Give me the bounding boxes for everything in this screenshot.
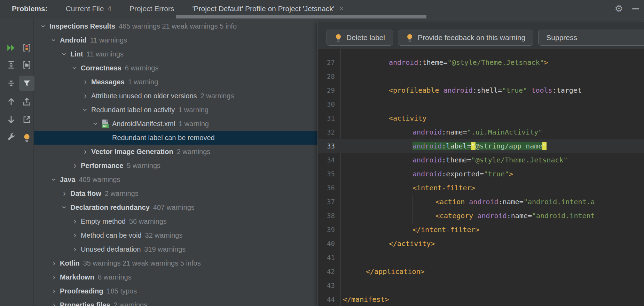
tab-count-badge: 4 <box>107 5 111 13</box>
code-line-text: android:exported="true"> <box>340 170 513 178</box>
code-line: 38<category android:name="android.intent <box>318 209 644 223</box>
problems-tool-window: Problems: Current File 4 Project Errors … <box>0 0 644 306</box>
tree-item-label: Kotlin <box>60 259 80 267</box>
code-line: 37<action android:name="android.intent.a <box>318 195 644 209</box>
line-number: 33 <box>318 142 340 150</box>
line-number: 41 <box>318 254 340 261</box>
line-number: 28 <box>318 72 340 80</box>
tree-item-count: 6 warnings <box>125 64 159 72</box>
provide-feedback-button[interactable]: Provide feedback on this warning <box>398 30 533 46</box>
previous-problem-icon[interactable] <box>7 97 16 106</box>
tree-item-label: AndroidManifest.xml <box>112 120 175 128</box>
chevron-right-icon[interactable]: › <box>50 288 57 294</box>
export-icon[interactable] <box>22 97 31 106</box>
tree-item-count: 32 warnings <box>145 231 183 239</box>
code-line: 30 <box>318 97 644 111</box>
chevron-right-icon[interactable]: › <box>71 246 78 253</box>
tab-current-file[interactable]: Current File 4 <box>66 5 111 13</box>
line-number: 39 <box>318 226 340 234</box>
tree-item-count: 1 warning <box>178 106 209 114</box>
quick-fixes-icon[interactable] <box>22 133 31 142</box>
tree-item-label: Markdown <box>60 273 94 281</box>
tree-item-label: Method can be void <box>81 231 142 239</box>
code-line: 33android:label="@string/app_name" <box>318 139 644 153</box>
code-line-text: <category android:name="android.intent <box>340 212 595 220</box>
tree-item-count: 11 warnings <box>87 50 124 58</box>
chevron-right-icon[interactable]: › <box>50 260 57 267</box>
tree-item-label: Empty method <box>81 217 126 225</box>
chevron-right-icon[interactable]: › <box>50 274 57 281</box>
chevron-right-icon[interactable]: › <box>82 148 89 155</box>
chevron-down-icon[interactable]: › <box>50 37 57 44</box>
chevron-right-icon[interactable]: › <box>71 162 78 169</box>
chevron-down-icon[interactable]: › <box>92 120 99 127</box>
tree-item-count: 5 warnings <box>127 162 160 170</box>
inspections-toolbar <box>0 18 34 306</box>
code-line-text: </manifest> <box>340 295 389 304</box>
code-line-text: android:label="@string/app_name" <box>340 142 547 150</box>
tree-item-label: Messages <box>91 78 125 86</box>
code-line: 36<intent-filter> <box>318 181 644 195</box>
chevron-right-icon[interactable]: › <box>82 78 89 85</box>
expand-all-icon[interactable] <box>7 60 16 69</box>
code-line-text: <action android:name="android.intent.a <box>340 198 595 206</box>
code-line-text: android:theme="@style/Theme.Jetsnack" <box>340 156 568 164</box>
chevron-right-icon[interactable]: › <box>61 190 68 197</box>
code-line: 27android:theme="@style/Theme.Jetsnack"> <box>318 55 644 69</box>
line-number: 30 <box>318 100 340 108</box>
severity-icon[interactable] <box>22 43 31 52</box>
rerun-inspections-icon[interactable] <box>7 43 16 52</box>
manifest-file-icon: MF <box>102 120 109 128</box>
code-line: 44</manifest> <box>318 292 644 306</box>
line-number: 27 <box>318 59 340 66</box>
chevron-down-icon[interactable]: › <box>82 106 89 113</box>
line-number: 34 <box>318 156 340 164</box>
code-line-text: <profileable android:shell="true" tools:… <box>340 86 582 94</box>
tree-item-label: Performance <box>81 162 123 170</box>
tree-item-label: Redundant label can be removed <box>112 134 215 142</box>
tree-item-label: Properties files <box>60 301 110 306</box>
tree-item-count: 2 warnings <box>177 148 211 156</box>
delete-label-button[interactable]: Delete label <box>327 30 393 46</box>
code-lines: 27android:theme="@style/Theme.Jetsnack">… <box>318 55 644 306</box>
minimize-icon[interactable] <box>632 8 639 9</box>
tree-item-label: Java <box>60 176 76 184</box>
open-in-new-window-icon[interactable] <box>22 115 31 124</box>
chevron-down-icon[interactable]: › <box>61 204 68 211</box>
chevron-down-icon[interactable]: › <box>40 23 47 30</box>
tree-item-count: 1 warning <box>128 78 158 86</box>
tab-inspection-profile[interactable]: 'Project Default' Profile on Project 'Je… <box>192 4 344 13</box>
chevron-right-icon[interactable]: › <box>50 301 57 306</box>
inspection-settings-icon[interactable] <box>7 133 16 142</box>
settings-gear-icon[interactable]: ⚙ <box>615 4 623 14</box>
chevron-right-icon[interactable]: › <box>71 232 78 239</box>
group-by-directory-icon[interactable] <box>22 60 31 69</box>
chevron-down-icon[interactable]: › <box>71 64 78 71</box>
suppress-button[interactable]: Suppress <box>538 30 644 46</box>
tool-window-header: Problems: Current File 4 Project Errors … <box>0 0 644 17</box>
code-line: 32android:name=".ui.MainActivity" <box>318 125 644 139</box>
tree-item-label: Proofreading <box>60 287 103 295</box>
tree-item-count: 409 warnings <box>79 176 120 184</box>
chevron-right-icon[interactable]: › <box>82 92 89 99</box>
code-line: 43 <box>318 278 644 292</box>
line-number: 35 <box>318 170 340 178</box>
code-editor[interactable]: 27android:theme="@style/Theme.Jetsnack">… <box>318 49 644 306</box>
next-problem-icon[interactable] <box>7 115 16 124</box>
chevron-down-icon[interactable]: › <box>50 176 57 183</box>
line-number: 37 <box>318 198 340 206</box>
lightbulb-icon <box>335 33 342 42</box>
button-label: Provide feedback on this warning <box>418 33 525 42</box>
chevron-down-icon[interactable]: › <box>61 51 68 58</box>
button-label: Suppress <box>546 33 577 42</box>
code-line: 29<profileable android:shell="true" tool… <box>318 83 644 97</box>
filter-icon[interactable] <box>22 79 31 88</box>
tree-item-label: Inspections Results <box>49 22 115 30</box>
tree-item-count: 319 warnings <box>144 245 186 253</box>
tree-item-count: 185 typos <box>107 287 137 295</box>
chevron-right-icon[interactable]: › <box>71 218 78 225</box>
collapse-all-icon[interactable] <box>7 79 16 88</box>
quick-fix-actions: Delete label Provide feedback on this wa… <box>327 30 644 46</box>
close-icon[interactable]: × <box>339 4 344 13</box>
tab-project-errors[interactable]: Project Errors <box>129 5 174 13</box>
